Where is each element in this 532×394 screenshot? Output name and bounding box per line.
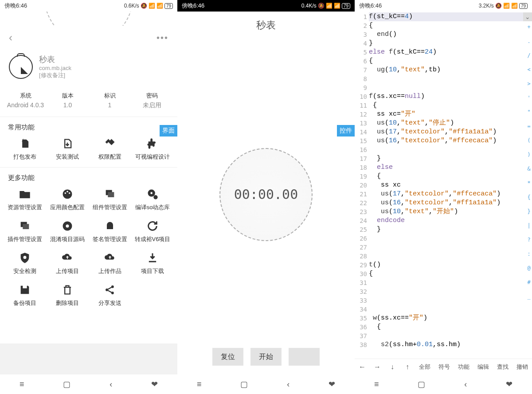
prop-password[interactable]: 密码 未启用 [131,92,173,109]
symbol-key[interactable]: + [527,24,530,30]
code-editor[interactable]: 1234567891011121314151617181920212223242… [355,12,532,359]
svg-point-13 [23,256,27,259]
arrow-left[interactable]: ← [355,363,370,371]
symbol-key[interactable]: ) [527,152,530,158]
app-remark[interactable]: [修改备注] [39,71,71,79]
save-icon [18,283,31,296]
symbol-key[interactable]: " [527,109,530,115]
item-security[interactable]: 安全检测 [4,251,46,275]
status-bar: 傍晚6:46 0.6K/s 🔕 📶 📶 79 [0,0,177,12]
svg-point-1 [65,192,66,194]
item-download-project[interactable]: 项目下载 [131,251,174,275]
nav-back-icon[interactable]: ‹ [110,380,112,389]
status-time: 傍晚6:46 [4,2,27,10]
nav-menu-icon[interactable]: ≡ [197,380,202,389]
item-share[interactable]: 分享发送 [89,283,131,307]
status-time: 傍晚6:46 [182,2,204,10]
item-package-publish[interactable]: 打包发布 [4,137,46,161]
grid-more: 资源管理设置 应用颜色配置 组件管理设置 编译so动态库 插件管理设置 混淆项目… [0,186,177,313]
item-color-config[interactable]: 应用颜色配置 [46,187,89,211]
chevron-down-icon[interactable]: ⌄ [523,12,532,21]
svg-point-2 [66,191,68,192]
item-install-test[interactable]: 安装测试 [46,137,89,161]
install-icon [61,137,74,150]
symbol-key[interactable]: { [527,194,530,200]
item-convert-v6[interactable]: 转成裕V6项目 [131,219,174,243]
arrow-up[interactable]: ↑ [400,363,415,371]
prop-flag[interactable]: 标识 1 [89,92,131,109]
mute-icon: 🔕 [141,3,147,9]
nav-recent-icon[interactable]: ❤ [151,379,158,389]
code-content[interactable]: f(st_kC==4){ end()}else f(st_kC==24){ ug… [369,12,532,359]
nav-back-icon[interactable]: ‹ [287,380,289,389]
nav-menu-icon[interactable]: ≡ [20,380,24,389]
item-backup[interactable]: 备份项目 [4,283,46,307]
item-compile-so[interactable]: 编译so动态库 [131,187,174,211]
line-gutter: 1234567891011121314151617181920212223242… [355,12,369,359]
nav-menu-icon[interactable]: ≡ [374,380,379,389]
symbol-key[interactable]: / [527,52,530,59]
float-tab-ui[interactable]: 界面 [160,125,177,137]
prop-system[interactable]: 系统 Android 4.0.3 [4,92,47,109]
symbol-key[interactable]: ' [527,95,530,101]
tb-undo[interactable]: 撤销 [512,363,532,371]
item-obfuscate[interactable]: 混淆项目源码 [46,219,89,243]
item-plugin-manage[interactable]: 插件管理设置 [4,219,46,243]
status-bar: 傍晚6:46 0.4K/s 🔕 📶 📶 79 [177,0,355,12]
arrow-right[interactable]: → [370,363,385,371]
signal-icon: 📶 [503,3,510,9]
tb-symbol[interactable]: 符号 [434,363,454,371]
lap-button[interactable] [289,348,320,366]
mute-icon: 🔕 [318,3,325,9]
item-upload-project[interactable]: 上传项目 [46,251,89,275]
battery-icon: 79 [519,3,528,9]
item-component-manage[interactable]: 组件管理设置 [89,187,131,211]
symbol-key[interactable]: | [527,222,530,229]
tb-function[interactable]: 功能 [454,363,473,371]
properties-row: 系统 Android 4.0.3 版本 1.0 标识 1 密码 未启用 [0,88,177,117]
symbol-key[interactable]: @ [527,265,530,271]
arrow-down[interactable]: ↓ [385,363,400,371]
prop-version[interactable]: 版本 1.0 [47,92,89,109]
tb-find[interactable]: 查找 [493,363,512,371]
float-tab-widget[interactable]: 控件 [337,125,355,137]
item-signature[interactable]: 签名管理设置 [89,219,131,243]
symbol-key[interactable]: ? [527,237,530,243]
tb-edit[interactable]: 编辑 [473,363,493,371]
symbol-key[interactable]: < [527,66,530,73]
item-delete[interactable]: 删除项目 [46,283,89,307]
layers-icon [103,187,117,201]
symbol-key[interactable]: } [527,208,530,215]
symbol-key[interactable]: & [527,166,530,172]
svg-rect-10 [23,224,29,229]
nav-back-icon[interactable]: ‹ [464,380,467,389]
nav-recent-icon[interactable]: ❤ [329,379,335,389]
nav-recent-icon[interactable]: ❤ [506,379,512,389]
svg-point-8 [153,195,157,199]
nav-home-icon[interactable]: ▢ [63,379,70,389]
item-visual-design[interactable]: 可视编程设计 [131,137,174,161]
item-resource-manage[interactable]: 资源管理设置 [4,187,46,211]
status-net: 0.4K/s [301,3,317,9]
symbol-key[interactable]: . [527,38,530,44]
wifi-icon: 📶 [334,3,340,9]
symbol-key[interactable]: = [527,123,530,129]
symbol-key[interactable]: # [527,279,530,285]
tb-all[interactable]: 全部 [415,363,434,371]
nav-home-icon[interactable]: ▢ [418,379,425,389]
back-icon[interactable]: ‹ [9,31,12,44]
symbol-key[interactable]: ( [527,137,530,144]
symbol-key[interactable]: : [527,251,530,257]
nav-home-icon[interactable]: ▢ [240,379,248,389]
reset-button[interactable]: 复位 [212,348,243,366]
item-upload-work[interactable]: 上传作品 [89,251,131,275]
symbol-key[interactable]: _ [527,293,530,300]
start-button[interactable]: 开始 [250,348,282,366]
symbol-key[interactable]: > [527,81,530,87]
symbol-key[interactable]: * [527,180,530,186]
svg-point-7 [150,192,153,194]
layers-icon [18,219,31,233]
timer-preview-partial [44,12,133,26]
item-permission-config[interactable]: 权限配置 [89,137,131,161]
more-icon[interactable]: ••• [156,33,168,43]
